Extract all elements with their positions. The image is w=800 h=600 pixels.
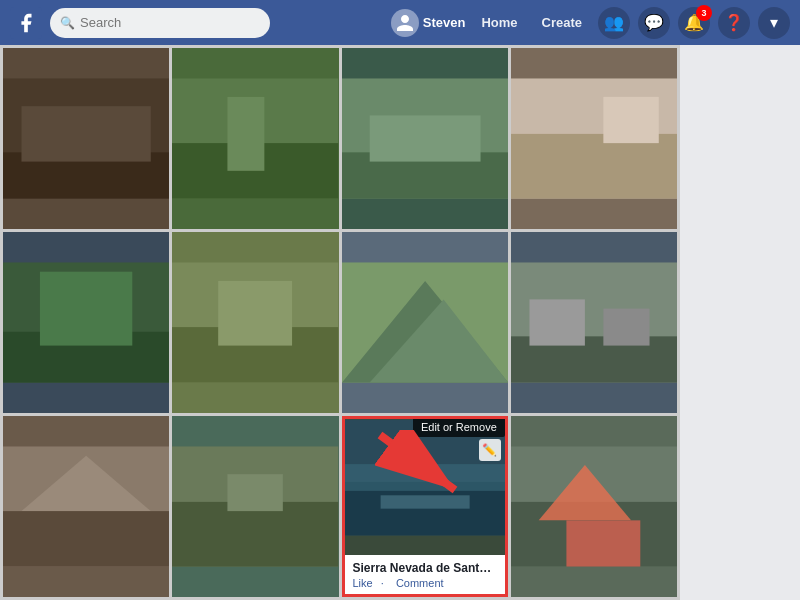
svg-rect-33 — [345, 464, 505, 491]
user-name: Steven — [423, 15, 466, 30]
home-link[interactable]: Home — [473, 15, 525, 30]
svg-rect-26 — [3, 511, 169, 566]
search-icon: 🔍 — [60, 16, 75, 30]
content-area: Edit or Remove ✏️ — [0, 45, 800, 600]
photo-cell-12[interactable] — [511, 416, 677, 597]
help-button[interactable]: ❓ — [718, 7, 750, 39]
right-panel — [680, 45, 800, 600]
separator: · — [381, 577, 384, 589]
svg-rect-40 — [566, 520, 640, 566]
messenger-icon: 💬 — [644, 13, 664, 32]
photo-card-actions: Like · Comment — [353, 577, 497, 589]
photo-image-4 — [511, 48, 677, 229]
photo-cell-8[interactable] — [511, 232, 677, 413]
user-avatar — [391, 9, 419, 37]
notification-badge: 3 — [696, 5, 712, 21]
svg-rect-30 — [228, 474, 283, 511]
svg-rect-5 — [228, 97, 265, 171]
photo-card-info: Sierra Nevada de Santa ... Like · Commen… — [345, 555, 505, 594]
comment-action[interactable]: Comment — [396, 577, 444, 589]
photo-cell-11-highlighted[interactable]: Edit or Remove ✏️ — [342, 416, 508, 597]
photo-image-8 — [511, 232, 677, 413]
find-friends-button[interactable]: 👥 — [598, 7, 630, 39]
edit-photo-button[interactable]: ✏️ — [479, 439, 501, 461]
svg-rect-2 — [21, 106, 150, 161]
photo-grid: Edit or Remove ✏️ — [0, 45, 680, 600]
photo-cell-7[interactable] — [342, 232, 508, 413]
svg-rect-8 — [369, 115, 480, 161]
svg-rect-34 — [380, 495, 469, 508]
photo-cell-1[interactable] — [3, 48, 169, 229]
like-action[interactable]: Like — [353, 577, 373, 589]
edit-remove-tooltip: Edit or Remove — [413, 417, 505, 437]
more-icon: ▾ — [770, 13, 778, 32]
photo-cell-2[interactable] — [172, 48, 338, 229]
photo-cell-3[interactable] — [342, 48, 508, 229]
facebook-logo[interactable] — [10, 7, 42, 39]
svg-rect-29 — [172, 502, 338, 567]
photo-cell-10[interactable] — [172, 416, 338, 597]
photo-image-6 — [172, 232, 338, 413]
svg-rect-23 — [529, 299, 584, 345]
more-button[interactable]: ▾ — [758, 7, 790, 39]
notifications-button[interactable]: 🔔 3 — [678, 7, 710, 39]
photo-cell-9[interactable] — [3, 416, 169, 597]
search-input[interactable] — [80, 15, 260, 30]
photo-image-5 — [3, 232, 169, 413]
create-link[interactable]: Create — [534, 15, 590, 30]
friends-icon: 👥 — [604, 13, 624, 32]
photo-cell-5[interactable] — [3, 232, 169, 413]
svg-rect-14 — [40, 272, 132, 346]
svg-rect-10 — [511, 134, 677, 199]
photo-cell-4[interactable] — [511, 48, 677, 229]
photo-image-1 — [3, 48, 169, 229]
svg-rect-11 — [603, 97, 658, 143]
svg-rect-24 — [603, 309, 649, 346]
photo-image-7 — [342, 232, 508, 413]
svg-rect-17 — [218, 281, 292, 346]
photo-cell-6[interactable] — [172, 232, 338, 413]
photo-image-3 — [342, 48, 508, 229]
navbar: 🔍 Steven Home Create 👥 💬 🔔 3 ❓ ▾ — [0, 0, 800, 45]
photo-image-10 — [172, 416, 338, 597]
photo-image-9 — [3, 416, 169, 597]
photo-image-2 — [172, 48, 338, 229]
search-bar[interactable]: 🔍 — [50, 8, 270, 38]
messenger-button[interactable]: 💬 — [638, 7, 670, 39]
user-nav-item[interactable]: Steven — [391, 9, 466, 37]
pencil-icon: ✏️ — [482, 443, 497, 457]
help-icon: ❓ — [724, 13, 744, 32]
photo-image-12 — [511, 416, 677, 597]
photo-card-title: Sierra Nevada de Santa ... — [353, 561, 497, 575]
